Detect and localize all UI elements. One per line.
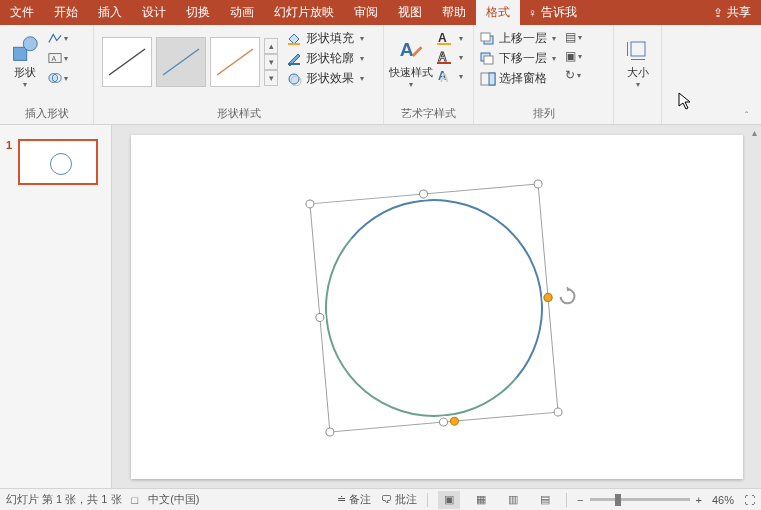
quick-styles-icon: A [397,35,425,63]
resize-handle[interactable] [438,417,448,427]
share-label: 共享 [727,4,751,21]
zoom-value[interactable]: 46% [712,494,734,506]
adjustment-handle[interactable] [449,416,459,426]
size-button[interactable]: 大小 ▾ [618,27,657,97]
tab-review[interactable]: 审阅 [344,0,388,25]
slide-canvas-area[interactable]: ▴ [112,125,761,488]
text-outline-button[interactable]: A [436,49,454,65]
tab-insert[interactable]: 插入 [88,0,132,25]
reading-view-button[interactable]: ▥ [502,491,524,509]
resize-handle[interactable] [533,179,543,189]
shape-fill-label: 形状填充 [306,30,354,47]
group-button[interactable]: ▣▾ [564,49,582,63]
zoom-out-button[interactable]: − [577,494,583,506]
style-thumb-2[interactable] [156,37,206,87]
group-label-wordart: 艺术字样式 [388,104,469,124]
tab-view[interactable]: 视图 [388,0,432,25]
shape-fill-button[interactable]: 形状填充▾ [286,30,364,47]
rotation-handle[interactable] [556,285,578,307]
svg-rect-26 [631,42,645,56]
tab-file[interactable]: 文件 [0,0,44,25]
bring-forward-label: 上移一层 [499,30,547,47]
tab-home[interactable]: 开始 [44,0,88,25]
spellcheck-icon[interactable]: □ [132,494,139,506]
shape-outline-button[interactable]: 形状轮廓▾ [286,50,364,67]
language-indicator[interactable]: 中文(中国) [148,492,199,507]
resize-handle[interactable] [315,313,325,323]
zoom-slider[interactable]: − + [577,494,702,506]
shape-effects-button[interactable]: 形状效果▾ [286,70,364,87]
lightbulb-icon: ♀ [528,6,537,20]
fit-to-window-button[interactable]: ⛶ [744,494,755,506]
gallery-scroll-up[interactable]: ▴ [264,38,278,54]
tell-me-label: 告诉我 [541,4,577,21]
group-arrange: 上移一层▾ 下移一层▾ 选择窗格 ▤▾ ▣▾ ↻▾ 排列 [474,25,614,124]
svg-line-6 [109,49,145,75]
group-insert-shapes: 形状 ▾ ▾ A▾ ▾ 插入形状 [0,25,94,124]
share-button[interactable]: ⇪ 共享 [703,0,761,25]
svg-rect-9 [288,43,300,45]
zoom-thumb[interactable] [615,494,621,506]
bring-forward-button[interactable]: 上移一层▾ [480,30,556,47]
normal-view-button[interactable]: ▣ [438,491,460,509]
svg-rect-17 [437,62,451,64]
chevron-down-icon: ▾ [409,80,413,89]
svg-point-1 [23,37,37,51]
svg-text:A: A [438,31,447,45]
resize-handle[interactable] [325,427,335,437]
slide-counter[interactable]: 幻灯片 第 1 张，共 1 张 [6,492,122,507]
tab-help[interactable]: 帮助 [432,0,476,25]
text-effects-button[interactable]: AA [436,68,454,84]
size-icon [624,35,652,63]
rotate-button[interactable]: ↻▾ [564,68,582,82]
slide-number: 1 [6,139,12,151]
resize-handle[interactable] [305,199,315,209]
edit-shape-button[interactable]: ▾ [48,31,68,45]
comments-button[interactable]: 🗨 批注 [381,492,417,507]
text-box-button[interactable]: A▾ [48,51,68,65]
tab-slideshow[interactable]: 幻灯片放映 [264,0,344,25]
shapes-button[interactable]: 形状 ▾ [4,27,46,97]
zoom-in-button[interactable]: + [696,494,702,506]
shape-outline-label: 形状轮廓 [306,50,354,67]
tab-transitions[interactable]: 切换 [176,0,220,25]
gallery-more[interactable]: ▾ [264,70,278,86]
style-thumb-1[interactable] [102,37,152,87]
adjustment-handle[interactable] [543,293,553,303]
selected-shape[interactable] [319,193,549,423]
tell-me[interactable]: ♀ 告诉我 [520,0,585,25]
resize-handle[interactable] [553,407,563,417]
group-label-shape-styles: 形状样式 [98,104,379,124]
group-shape-styles: ▴ ▾ ▾ 形状填充▾ 形状轮廓▾ 形状效果▾ [94,25,384,124]
thumbnail-panel[interactable]: 1 [0,125,112,488]
scroll-up-button[interactable]: ▴ [752,127,757,138]
slideshow-view-button[interactable]: ▤ [534,491,556,509]
svg-line-8 [217,49,253,75]
send-backward-button[interactable]: 下移一层▾ [480,50,556,67]
quick-styles-button[interactable]: A 快速样式 ▾ [388,27,434,97]
sorter-view-button[interactable]: ▦ [470,491,492,509]
merge-shapes-button[interactable]: ▾ [48,71,68,85]
svg-rect-15 [437,43,451,45]
status-bar: 幻灯片 第 1 张，共 1 张 □ 中文(中国) ≐ 备注 🗨 批注 ▣ ▦ ▥… [0,488,761,510]
group-wordart-styles: A 快速样式 ▾ A▾ A▾ AA▾ 艺术字样式 [384,25,474,124]
tab-animations[interactable]: 动画 [220,0,264,25]
slide-thumbnail-1[interactable] [18,139,98,185]
resize-handle[interactable] [418,189,428,199]
tab-format[interactable]: 格式 [476,0,520,25]
tab-design[interactable]: 设计 [132,0,176,25]
selection-pane-button[interactable]: 选择窗格 [480,70,556,87]
style-gallery[interactable]: ▴ ▾ ▾ [98,27,280,97]
ribbon-collapse-button[interactable]: ˆ [745,111,759,122]
notes-button[interactable]: ≐ 备注 [337,492,371,507]
size-label: 大小 [627,65,649,80]
group-label-insert-shapes: 插入形状 [4,104,89,124]
slide[interactable] [131,135,743,479]
send-backward-icon [480,52,496,66]
style-thumb-3[interactable] [210,37,260,87]
gallery-scroll-down[interactable]: ▾ [264,54,278,70]
align-button[interactable]: ▤▾ [564,30,582,44]
selection-pane-icon [480,72,496,86]
text-fill-button[interactable]: A [436,30,454,46]
svg-point-11 [289,74,299,84]
